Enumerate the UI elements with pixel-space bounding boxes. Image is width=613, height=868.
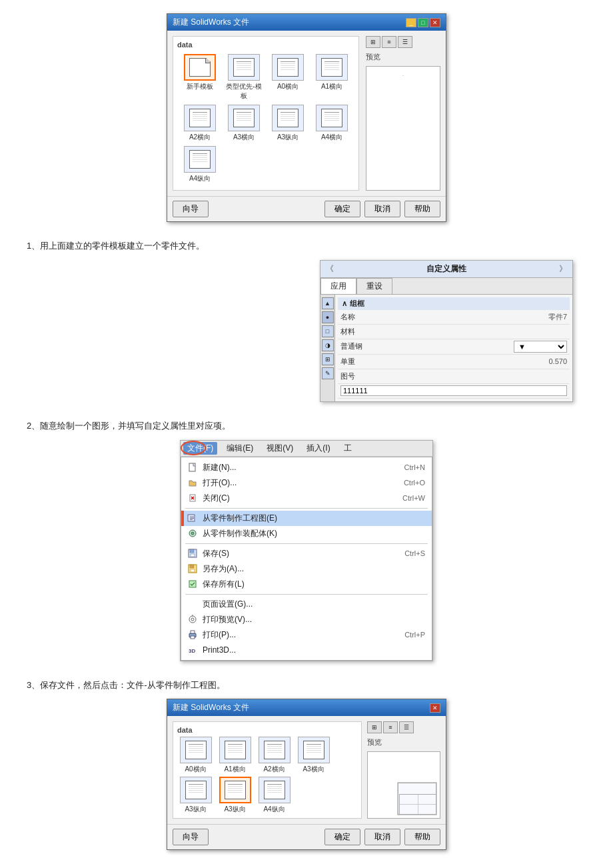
titlebar-buttons-2: ✕ [430, 703, 440, 713]
page-lines-2 [277, 58, 299, 77]
menu-item-insert[interactable]: 插入(I) [303, 442, 334, 455]
print-icon [187, 629, 199, 640]
template-item-d2-5[interactable]: A3纵向 [217, 777, 253, 814]
prop-icon-4[interactable]: ◑ [322, 339, 334, 351]
template-item-d2-3[interactable]: A3横向 [295, 737, 332, 774]
menu-save-all[interactable]: 保存所有(L) [181, 577, 432, 592]
close-button-2[interactable]: ✕ [430, 703, 440, 713]
template-item-8[interactable]: A4纵向 [180, 146, 220, 183]
view-btn-list-2[interactable]: ≡ [383, 721, 398, 733]
template-icon-d2-6 [259, 777, 291, 803]
view-btn-large[interactable]: ⊞ [366, 36, 380, 48]
template-item-5[interactable]: A3横向 [224, 105, 264, 142]
menu-print-preview[interactable]: 打印预览(V)... [181, 612, 432, 627]
make-assembly-icon [187, 528, 199, 539]
template-label-d2-3: A3横向 [303, 765, 324, 774]
template-label-3: A1横向 [321, 82, 342, 91]
page-lines-5 [233, 109, 255, 127]
template-item-3[interactable]: A1横向 [312, 54, 352, 101]
open-doc-icon [187, 477, 199, 488]
prop-icon-5[interactable]: ⊞ [322, 353, 334, 365]
menu-item-edit[interactable]: 编辑(E) [223, 442, 257, 455]
dialog-titlebar-2: 新建 SolidWorks 文件 ✕ [167, 699, 446, 716]
view-btn-details-2[interactable]: ☰ [399, 721, 414, 733]
cancel-button-1[interactable]: 取消 [364, 201, 400, 217]
menu-save-as-label: 另存为(A)... [203, 563, 244, 575]
maximize-button-1[interactable]: □ [418, 18, 428, 27]
menu-close-shortcut: Ctrl+W [402, 494, 425, 502]
page-lines-d2-2 [264, 741, 285, 759]
cancel-button-2[interactable]: 取消 [364, 829, 400, 845]
template-icon-5 [228, 105, 260, 131]
menu-item-view[interactable]: 视图(V) [263, 442, 297, 455]
help-button-2[interactable]: 帮助 [404, 829, 440, 845]
props-header: 《 自定义属性 》 [320, 261, 572, 278]
page-lines-7 [321, 109, 342, 127]
prop-input-111111[interactable] [340, 385, 567, 396]
menu-make-drawing[interactable]: 从零件制作工程图(E) [181, 511, 432, 526]
template-item-1[interactable]: 类型优先-模板 [224, 54, 264, 101]
menu-save-as[interactable]: 另存为(A)... [181, 561, 432, 577]
props-collapse-icon[interactable]: 《 [326, 263, 334, 275]
menu-item-more[interactable]: 工 [340, 442, 356, 455]
dialog2-body: data A0横向 [167, 716, 446, 824]
template-item-4[interactable]: A2横向 [180, 105, 220, 142]
template-item-d2-6[interactable]: A4纵向 [256, 777, 293, 814]
menu-item-file[interactable]: 文件(F) [183, 442, 217, 455]
menu-save[interactable]: 保存(S) Ctrl+S [181, 546, 432, 561]
svg-rect-14 [190, 565, 194, 568]
new-solidworks-dialog-2[interactable]: 新建 SolidWorks 文件 ✕ data A0横向 [167, 699, 446, 850]
props-title: 自定义属性 [426, 263, 466, 275]
tab-apply[interactable]: 应用 [320, 278, 356, 294]
page-lines-4 [189, 109, 211, 127]
wizard-button-1[interactable]: 向导 [173, 201, 209, 217]
page-lines-6 [277, 109, 299, 127]
step2-text: 2、随意绘制一个图形，并填写自定义属性里对应项。 [27, 419, 231, 433]
section-collapse-icon: ∧ [342, 299, 347, 308]
template-item-d2-1[interactable]: A1横向 [217, 737, 253, 774]
close-button-1[interactable]: ✕ [430, 18, 440, 27]
template-item-d2-0[interactable]: A0横向 [177, 737, 214, 774]
menu-print3d[interactable]: 3D Print3D... [181, 643, 432, 657]
template-item-7[interactable]: A4横向 [312, 105, 352, 142]
prop-icon-6[interactable]: ✎ [322, 367, 334, 379]
prop-icon-1[interactable]: ▲ [322, 297, 334, 309]
view-btn-large-2[interactable]: ⊞ [367, 721, 382, 733]
minimize-button-1[interactable]: _ [406, 18, 416, 27]
view-btn-list[interactable]: ≡ [382, 36, 396, 48]
help-button-1[interactable]: 帮助 [404, 201, 440, 217]
prop-select-steel[interactable]: ▼ [514, 341, 567, 353]
wizard-button-2[interactable]: 向导 [173, 829, 209, 845]
menu-make-assembly[interactable]: 从零件制作装配体(K) [181, 526, 432, 541]
svg-point-17 [189, 616, 196, 623]
dialog-right-1: ⊞ ≡ ☰ 预览 · [366, 36, 440, 191]
template-item-d2-2[interactable]: A2横向 [256, 737, 293, 774]
menu-save-shortcut: Ctrl+S [404, 549, 425, 557]
prop-icon-2[interactable]: ● [322, 311, 334, 323]
sep-3 [185, 594, 428, 595]
ok-button-1[interactable]: 确定 [324, 201, 360, 217]
menu-new-label: 新建(N)... [203, 462, 237, 473]
dialog-body-1: data 新手模板 [167, 31, 446, 196]
menu-page-setup[interactable]: 页面设置(G)... [181, 597, 432, 612]
new-solidworks-dialog-1[interactable]: 新建 SolidWorks 文件 _ □ ✕ data [167, 13, 446, 222]
template-item-0[interactable]: 新手模板 [180, 54, 220, 101]
save-as-icon [187, 563, 199, 574]
template-grid-1: 新手模板 类型优先-模板 [177, 51, 354, 186]
template-item-6[interactable]: A3纵向 [268, 105, 308, 142]
menu-close[interactable]: 关闭(C) Ctrl+W [181, 491, 432, 506]
template-item-d2-4[interactable]: A3纵向 [177, 777, 214, 814]
props-content: ∧ 组框 名称 零件7 材料 普通钢 [335, 295, 572, 401]
template-icon-d2-4 [180, 777, 212, 803]
menu-new[interactable]: 新建(N)... Ctrl+N [181, 460, 432, 475]
template-icon-d2-0 [180, 737, 212, 763]
template-item-2[interactable]: A0横向 [268, 54, 308, 101]
props-icon-bar: ▲ ● □ ◑ ⊞ ✎ [320, 295, 335, 401]
prop-icon-3[interactable]: □ [322, 325, 334, 337]
ok-button-2[interactable]: 确定 [324, 829, 360, 845]
menu-open[interactable]: 打开(O)... Ctrl+O [181, 475, 432, 491]
template-icon-d2-2 [259, 737, 291, 763]
tab-reset[interactable]: 重设 [356, 278, 392, 294]
view-btn-details[interactable]: ☰ [398, 36, 412, 48]
menu-print[interactable]: 打印(P)... Ctrl+P [181, 627, 432, 643]
